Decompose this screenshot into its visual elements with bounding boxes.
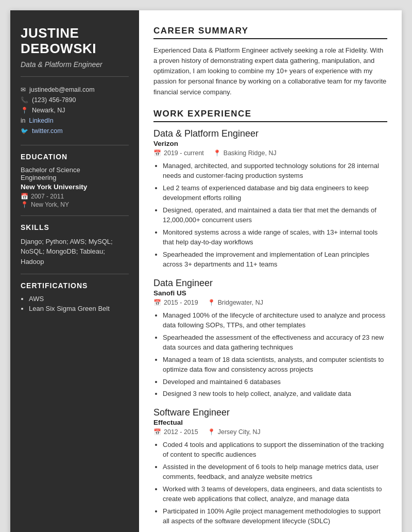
edu-school: New York University (21, 183, 129, 191)
edu-degree: Bachelor of Science (21, 166, 129, 174)
linkedin-icon: in (21, 117, 25, 124)
calendar-icon: 📅 (153, 299, 161, 306)
job-bullets-3: Coded 4 tools and applications to suppor… (153, 440, 387, 526)
list-item: Lean Six Sigma Green Belt (29, 305, 129, 312)
name-block: JUSTINE DEBOWSKI Data & Platform Enginee… (21, 26, 129, 69)
list-item: Assisted in the development of 6 tools t… (163, 462, 387, 482)
skills-text: Django; Python; AWS; MySQL; NoSQL; Mongo… (21, 237, 129, 267)
job-entry-1: Data & Platform Engineer Verizon 📅 2019 … (153, 128, 387, 270)
job-company-1: Verizon (153, 140, 387, 147)
job-meta-2: 📅 2015 - 2019 📍 Bridgewater, NJ (153, 299, 387, 306)
contact-phone: 📞 (123) 456-7890 (21, 96, 129, 104)
list-item: Spearheaded the improvement and implemen… (163, 250, 387, 270)
candidate-name: JUSTINE DEBOWSKI (21, 26, 129, 57)
candidate-title: Data & Platform Engineer (21, 60, 129, 69)
contact-block: ✉ justinedeb@email.com 📞 (123) 456-7890 … (21, 86, 129, 135)
certifications-title: CERTIFICATIONS (21, 281, 129, 290)
list-item: Designed, operated, and maintained a dat… (163, 205, 387, 225)
location-icon: 📍 (208, 428, 215, 436)
location-icon: 📍 (213, 149, 221, 157)
list-item: Developed and maintained 6 databases (163, 377, 387, 387)
list-item: Spearheaded the assessment of the effect… (163, 332, 387, 353)
career-summary-section: CAREER SUMMARY Experienced Data & Platfo… (153, 26, 387, 97)
list-item: Managed 100% of the lifecycle of archite… (163, 310, 387, 330)
skills-section: SKILLS Django; Python; AWS; MySQL; NoSQL… (21, 223, 129, 267)
job-years-1: 📅 2019 - current (153, 149, 204, 157)
education-section: EDUCATION Bachelor of Science Engineerin… (21, 153, 129, 208)
job-location-2: 📍 Bridgewater, NJ (208, 299, 263, 306)
career-summary-title: CAREER SUMMARY (153, 26, 387, 39)
list-item: Coded 4 tools and applications to suppor… (163, 440, 387, 460)
contact-twitter[interactable]: 🐦 twitter.com (21, 127, 129, 135)
job-entry-2: Data Engineer Sanofi US 📅 2015 - 2019 📍 … (153, 278, 387, 399)
list-item: Designed 3 new tools to help collect, an… (163, 389, 387, 399)
work-experience-section: WORK EXPERIENCE Data & Platform Engineer… (153, 109, 387, 526)
edu-location: 📍 New York, NY (21, 201, 129, 208)
location-icon: 📍 (208, 299, 215, 306)
list-item: Managed a team of 18 data scientists, an… (163, 355, 387, 375)
job-meta-1: 📅 2019 - current 📍 Basking Ridge, NJ (153, 149, 387, 157)
job-company-3: Effectual (153, 419, 387, 426)
list-item: Led 2 teams of experienced database and … (163, 183, 387, 203)
contact-linkedin[interactable]: in LinkedIn (21, 117, 129, 124)
edu-years: 📅 2007 - 2011 (21, 193, 129, 200)
calendar-icon: 📅 (21, 193, 28, 200)
list-item: Managed, architected, and supported tech… (163, 161, 387, 181)
calendar-icon: 📅 (153, 149, 161, 157)
job-bullets-2: Managed 100% of the lifecycle of archite… (153, 310, 387, 399)
job-bullets-1: Managed, architected, and supported tech… (153, 161, 387, 270)
job-location-1: 📍 Basking Ridge, NJ (213, 149, 277, 157)
twitter-icon: 🐦 (21, 127, 28, 135)
list-item: Monitored systems across a wide range of… (163, 227, 387, 247)
job-location-3: 📍 Jersey City, NJ (208, 428, 261, 436)
career-summary-text: Experienced Data & Platform Engineer act… (153, 45, 387, 97)
resume-container: JUSTINE DEBOWSKI Data & Platform Enginee… (10, 10, 402, 532)
edu-field: Engineering (21, 174, 129, 181)
work-experience-title: WORK EXPERIENCE (153, 109, 387, 122)
job-meta-3: 📅 2012 - 2015 📍 Jersey City, NJ (153, 428, 387, 436)
right-column: CAREER SUMMARY Experienced Data & Platfo… (139, 10, 402, 532)
divider (21, 215, 129, 216)
location-icon: 📍 (21, 201, 28, 208)
email-icon: ✉ (21, 86, 26, 93)
left-column: JUSTINE DEBOWSKI Data & Platform Enginee… (10, 10, 139, 532)
location-icon: 📍 (21, 107, 28, 114)
certifications-list: AWS Lean Six Sigma Green Belt (21, 295, 129, 312)
divider (21, 274, 129, 274)
list-item: Participated in 100% Agile project manag… (163, 506, 387, 526)
contact-location: 📍 Newark, NJ (21, 107, 129, 114)
job-title-2: Data Engineer (153, 278, 387, 289)
skills-title: SKILLS (21, 223, 129, 231)
job-years-2: 📅 2015 - 2019 (153, 299, 198, 306)
education-title: EDUCATION (21, 153, 129, 161)
calendar-icon: 📅 (153, 428, 161, 436)
job-title-3: Software Engineer (153, 407, 387, 418)
job-title-1: Data & Platform Engineer (153, 128, 387, 139)
job-entry-3: Software Engineer Effectual 📅 2012 - 201… (153, 407, 387, 526)
job-years-3: 📅 2012 - 2015 (153, 428, 198, 436)
list-item: Worked with 3 teams of developers, data … (163, 484, 387, 504)
list-item: AWS (29, 295, 129, 303)
phone-icon: 📞 (21, 96, 28, 104)
divider (21, 145, 129, 145)
divider (21, 76, 129, 77)
contact-email: ✉ justinedeb@email.com (21, 86, 129, 93)
job-company-2: Sanofi US (153, 289, 387, 297)
certifications-section: CERTIFICATIONS AWS Lean Six Sigma Green … (21, 281, 129, 312)
